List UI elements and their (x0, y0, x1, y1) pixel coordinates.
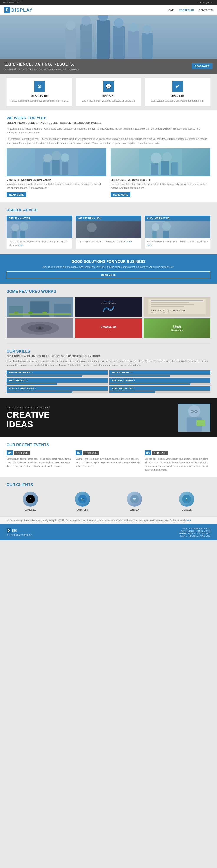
client-canbree-name: CANBREE (6, 508, 54, 511)
svg-text:W: W (133, 498, 136, 501)
skill-web-dev-label: WEB DEVELOPMENT ? (6, 370, 107, 375)
advice-card-2-image (75, 221, 141, 238)
skill-photo-label: PHOTOGRAPHY ? (6, 378, 107, 382)
header: D DISPLAY HOME PORTFOLIO CONTACTS (0, 5, 217, 16)
work-columns: MAURIS FERMENTUM DICTUM MAGNA Mavis ferm… (6, 148, 211, 197)
hero-read-more-button[interactable]: READ MORE (192, 63, 213, 69)
work-thumb-3-img: MARTIN JOHNSON Business Card (144, 297, 211, 317)
skills-text: Phasellus dapibus risus eu sem Duis ultu… (6, 359, 211, 367)
svg-rect-30 (89, 232, 95, 238)
creative-image (178, 404, 211, 432)
svg-rect-6 (113, 26, 125, 59)
advice-card-3-more[interactable]: more (147, 244, 152, 246)
advice-card-2-more[interactable]: more (127, 241, 132, 243)
recent-events-title: OUR RECENT EVENTS (6, 443, 211, 447)
rss-icon[interactable]: rss (211, 1, 214, 4)
svg-point-41 (28, 312, 33, 314)
skill-graphic: GRAPHIC DESIGN ? (110, 370, 211, 377)
svg-rect-17 (52, 160, 60, 175)
client-comfort: Co COMFORT (59, 492, 106, 511)
skill-php-bar (110, 383, 190, 385)
advice-img-3 (145, 221, 177, 238)
creative-title: CREATIVE IDEAS (6, 410, 174, 429)
nav-contacts[interactable]: CONTACTS (198, 9, 213, 12)
svg-point-7 (114, 18, 123, 28)
client-comfort-logo: Co (75, 492, 90, 507)
clients-grid: C CANBREE Co COMFORT W WRITEX (6, 492, 211, 511)
events-grid: 05 APRIL 2014 Lorem ipsum dolor sit amet… (6, 451, 211, 472)
work-thumb-1-img (6, 297, 73, 317)
nav-home[interactable]: HOME (167, 9, 175, 12)
work-image-left (6, 148, 106, 177)
success-title: SUCCESS (148, 94, 207, 97)
advice-grid: AEN EAN AUCTOR Eget at leo consectetur e… (6, 216, 211, 249)
useful-advice-title: USEFUL ADVICE (6, 208, 211, 212)
social-links: f t in g+ rss (198, 1, 214, 4)
work-thumb-4[interactable] (6, 318, 73, 338)
footer-copyright: © 2012 PRIVACY POLICY (6, 534, 32, 536)
logo-box: D (4, 7, 10, 13)
advice-card-1-body: Eget at leo consectetur elef. non fringi… (6, 238, 72, 249)
advice-card-1-more[interactable]: more (18, 244, 23, 246)
support-icon: 💬 (103, 81, 114, 92)
success-desc: Consectetur adipiscing elit. Mauris ferm… (148, 99, 207, 103)
svg-point-32 (162, 222, 171, 231)
googleplus-icon[interactable]: g+ (206, 1, 209, 4)
strategies-title: STRATEGIES (10, 94, 69, 97)
event-2-day: 07 (75, 451, 82, 455)
hero-subtitle: Meeting all your advertising and web dev… (4, 68, 79, 70)
client-comfort-svg: Co (77, 494, 88, 504)
client-dorell-svg: D (181, 494, 192, 504)
svg-rect-46 (151, 303, 189, 303)
work-thumb-3[interactable]: MARTIN JOHNSON Business Card (144, 297, 211, 317)
creative-banner: THE NEXT LEVEL OF YOUR SUCCESS CREATIVE … (0, 398, 217, 437)
newsletter-link[interactable]: here (187, 519, 191, 522)
skill-web-dev: WEB DEVELOPMENT ? (6, 370, 107, 377)
svg-point-14 (52, 151, 61, 161)
svg-rect-33 (152, 231, 157, 238)
svg-rect-48 (151, 306, 184, 307)
work-thumb-6[interactable]: Utah National Uni (144, 318, 211, 338)
skill-mobile-label: MOBILE & WEB DESIGN ? (6, 386, 107, 391)
nav-portfolio[interactable]: PORTFOLIO (179, 9, 194, 12)
good-solutions-button[interactable]: READ MORE (6, 272, 211, 278)
work-col-left-button[interactable]: READ MORE (6, 192, 26, 197)
advice-card-1-image (6, 221, 72, 238)
facebook-icon[interactable]: f (198, 1, 198, 4)
logo[interactable]: D DISPLAY (4, 7, 33, 13)
work-thumb-5[interactable]: Creative Ide ...... (75, 318, 142, 338)
client-canbree-logo: C (23, 492, 38, 507)
clients-section: OUR CLIENTS C CANBREE Co COMFORT (0, 477, 217, 517)
work-thumb-1[interactable] (6, 297, 73, 317)
svg-rect-45 (151, 300, 203, 302)
hero-image (0, 16, 217, 59)
svg-point-26 (20, 222, 28, 231)
linkedin-icon[interactable]: in (203, 1, 205, 4)
event-card-1: 05 APRIL 2014 Lorem ipsum dolor sit amet… (6, 451, 72, 472)
event-3-month: APRIL 2014 (152, 451, 168, 455)
svg-rect-34 (163, 231, 168, 238)
footer-logo: D DIS (6, 528, 32, 533)
twitter-icon[interactable]: t (200, 1, 201, 4)
creative-person-svg (178, 404, 211, 432)
svg-rect-10 (142, 33, 153, 59)
event-1-date: 05 APRIL 2014 (6, 451, 72, 455)
event-1-month: APRIL 2014 (14, 451, 30, 455)
work-thumb-2[interactable]: SATLO SWIMMING CLUB (75, 297, 142, 317)
advice-card-3-body: Mauris fermentum dictum magna. Sed laore… (145, 238, 211, 249)
people-svg (59, 16, 158, 59)
skill-mobile-bar (6, 392, 72, 393)
hero-text: EXPERIENCE. CARING. RESULTS. Meeting all… (4, 62, 79, 70)
advice-card-1: AEN EAN AUCTOR Eget at leo consectetur e… (6, 216, 72, 249)
skills-section: OUR SKILLS SED LAOREET ALIQUAM LEO, UT T… (0, 344, 217, 398)
feature-support: 💬 SUPPORT Lorem ipsum dolor sit amet. co… (75, 78, 141, 106)
svg-point-40 (14, 312, 19, 314)
footer: D DIS © 2012 PRIVACY POLICY 9675 1ST MOM… (0, 524, 217, 540)
useful-advice-section: USEFUL ADVICE AEN EAN AUCTOR Eget at leo… (0, 203, 217, 254)
strategies-desc: Praesent tincidunt dpi sit amet. consect… (10, 99, 69, 103)
work-col-right-button[interactable]: READ MORE (111, 192, 130, 197)
footer-email: EMAIL: INFO@SOMONE.ORG (180, 535, 211, 537)
work-col-right-text: Donec it amet leo. Phasellus dolor sit a… (111, 182, 211, 190)
advice-img-2 (75, 221, 108, 238)
navigation: HOME PORTFOLIO CONTACTS (167, 9, 213, 12)
